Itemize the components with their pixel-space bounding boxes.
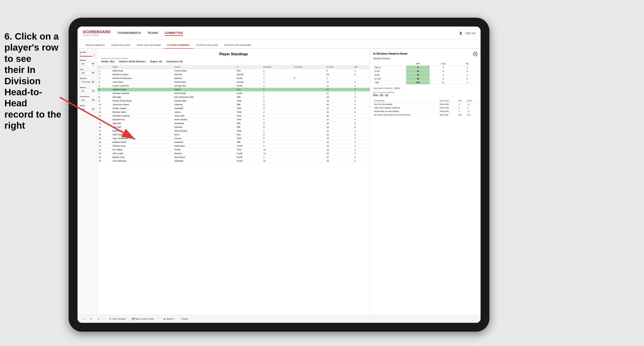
cell-yr: Fourth [236,156,262,159]
col-num: # [98,65,111,69]
sub-nav-player-h2h-heatmap[interactable]: PLAYER H2H HEATMAP [221,42,254,49]
year-select[interactable]: (All) [80,71,95,75]
table-row[interactable]: 18 Luke Powell UCLA First 4 24 0 [98,133,370,137]
table-row[interactable]: 23 Jack Lundin Missouri Fourth 11 24 0 [98,152,370,156]
tournament-row: Amer Ari Intercollegiate Stroke Play 4 -… [373,103,478,106]
cell-rds: 27 [325,80,353,84]
table-row[interactable]: 25 Cole Sherwood Vanderbilt Fourth 12 23… [98,159,370,163]
table-row[interactable]: 24 Bastien Amat New Mexico Fourth 1 27 2 [98,156,370,159]
table-row[interactable]: 6 Jackson Koivun Auburn First 1 23 2 [98,88,370,92]
table-row[interactable]: 9 Preston Summerhays Arizona State Third… [98,99,370,103]
table-row[interactable]: 20 Matthew Riedel Vanderbilt Fifth 9 22 … [98,140,370,144]
nav-teams[interactable]: TEAMS [148,30,158,36]
table-row[interactable]: 12 Brendan Valles Auburn Third 4 20 0 [98,110,370,114]
region-select[interactable]: N/A [80,89,95,93]
table-row[interactable]: 19 Tiger Christensen Arizona Third 8 23 … [98,137,370,140]
conference-select[interactable]: (All) [80,98,95,102]
sign-out-link[interactable]: Sign out [466,32,475,35]
cell-win: 1 [353,69,370,73]
cell-yr: Third [236,148,262,152]
tournament-table: Tournament Event Type Pos Score Amer Ari… [373,99,478,117]
table-row[interactable]: 10 Jacob Mou Olesen Arkansas Fifth 4 25 … [98,103,370,107]
cell-player: Jackson Koivun [111,88,173,92]
cell-rds: 21 [325,129,353,133]
cell-yr: First [236,69,262,73]
tournament-row: SEC Match Play hosted by Jerry Pate Roun… [373,113,478,117]
cell-school: Kentucky [173,125,235,129]
sub-nav-team-h2h-grid[interactable]: TEAM H2H GRID [108,42,133,49]
cell-rds: 24 [325,133,353,137]
gender-display: Gender: Men [101,60,114,63]
cell-win: 0 [353,133,370,137]
cell-win: 1 [353,129,370,133]
table-row[interactable]: 15 Jake Hall Tennessee Fifth 3 24 0 [98,122,370,125]
cell-reg: 12 [262,159,292,163]
cell-yr: Fourth [236,84,262,88]
filters-panel: No Rds. 6 52 Gender Men [78,49,98,315]
year-label: Year [80,68,95,70]
cell-school: Georgia Tech [173,84,235,88]
cell-conf [293,80,325,84]
player-select[interactable]: (All) [80,107,95,111]
tour-pos: Win [458,113,466,117]
h2h-loss: 6 [430,77,457,81]
cell-yr: Fifth [236,122,262,125]
cell-school: Auburn [173,110,235,114]
cell-yr: Fourth [236,76,262,80]
redo-btn[interactable]: ⟳ [88,317,94,321]
sub-nav-player-summary[interactable]: PLAYER SUMMARY [164,42,193,49]
tour-pos: 2 [458,106,466,110]
table-row[interactable]: 7 Nicholas Gabrelcik North Florida Fourt… [98,92,370,95]
division-select[interactable]: NCAA Division I [80,80,95,84]
table-row[interactable]: 1 Wenyi Ding Arizona State First 1 8 1 [98,69,370,73]
share-btn[interactable]: ⤴ Share [178,317,190,321]
close-button[interactable]: ✕ [473,52,478,56]
nav-tournaments[interactable]: TOURNAMENTS [117,30,141,36]
cell-conf [293,107,325,110]
cell-win: 0 [353,122,370,125]
cell-conf [293,140,325,144]
opp-section: Opponents in division: 98.1% [373,87,478,89]
cell-yr: Third [236,118,262,122]
table-row[interactable]: 2 Michael La Sasso Ole Miss Second 1 19 … [98,73,370,76]
conference-display: Conference: All [166,60,183,63]
sub-nav-team-h2h-heatmap[interactable]: TEAM H2H HEATMAP [133,42,164,49]
table-row[interactable]: 8 Mats Ege East Tennessee State Fifth 1 … [98,95,370,99]
cell-reg: 6 [262,114,292,118]
view-original-btn[interactable]: 👁 View: Original [108,317,128,321]
table-row[interactable]: 22 Ian Gilligan Florida Third 10 24 1 [98,148,370,152]
cell-rds: 30 [325,114,353,118]
table-row[interactable]: 13 Phichakon Maichon Texas A&M Third 6 3… [98,114,370,118]
save-custom-btn[interactable]: 💾 Save Custom View [130,317,156,321]
h2h-rank: >100 [373,81,406,84]
skip-btn[interactable]: ⟫ [96,317,101,321]
table-row[interactable]: 14 Maxwell Ford North Carolina Third 3 2… [98,118,370,122]
h2h-col-tie: Tie [457,62,478,66]
h2h-win: 46 [406,77,430,81]
player-label: Player [80,105,95,107]
table-row[interactable]: 4 Luke Claton Florida State Second 1 27 … [98,80,370,84]
watch-btn[interactable]: ▶ Watch ▾ [162,317,176,321]
table-row[interactable]: 11 Gordon Sargent Vanderbilt Third 4 21 … [98,107,370,110]
table-row[interactable]: 16 Alex Goff Kentucky Fifth 8 19 0 [98,125,370,129]
range-slider[interactable] [80,56,95,57]
standings-table: # Player School Yr Reg Rank Conf Rank No… [98,65,370,163]
cell-rds: 19 [325,125,353,129]
gender-select[interactable]: Men [80,62,95,66]
cell-reg: 1 [262,76,292,80]
cell-reg: 1 [262,95,292,99]
cell-conf [293,69,325,73]
sub-nav-player-h2h-grid[interactable]: PLAYER H2H GRID [193,42,221,49]
cell-conf [293,159,325,163]
nav-committee[interactable]: COMMITTEE [165,30,183,36]
sub-nav-team-summary[interactable]: TEAM SUMMARY [82,42,108,49]
cell-reg: 9 [262,140,292,144]
gender-label: Gender [80,59,95,61]
table-row[interactable]: 3 Michael Thorbjornsen Stanford Fourth 1… [98,76,370,80]
col-conf-rank: Conf Rank [293,65,325,69]
table-row[interactable]: 21 Taehoon Song Washington Fourth 6 23 1 [98,144,370,148]
table-row[interactable]: 5 Christo Lamprecht Georgia Tech Fourth … [98,84,370,88]
top-nav: SCOREBOARD Powered by clippi TOURNAMENTS… [78,26,480,40]
undo-btn[interactable]: ↩ [81,317,86,321]
table-row[interactable]: 17 David Ford North Carolina Third 1 21 … [98,129,370,133]
